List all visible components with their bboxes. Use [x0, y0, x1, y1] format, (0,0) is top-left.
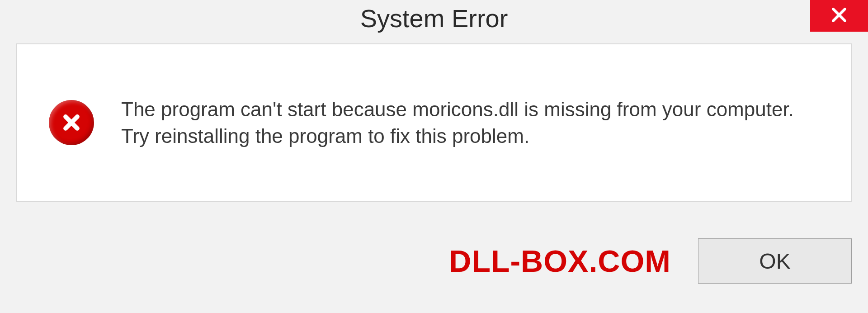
- ok-button[interactable]: OK: [698, 238, 852, 284]
- watermark-text: DLL-BOX.COM: [449, 243, 671, 279]
- close-button[interactable]: [810, 0, 868, 32]
- dialog-title: System Error: [360, 4, 508, 33]
- close-icon: [829, 5, 849, 27]
- error-circle-icon: [49, 100, 94, 145]
- dialog-footer: DLL-BOX.COM OK: [0, 223, 868, 313]
- titlebar: System Error: [0, 0, 868, 43]
- dialog-message: The program can't start because moricons…: [121, 96, 819, 150]
- dialog-content: The program can't start because moricons…: [16, 43, 852, 202]
